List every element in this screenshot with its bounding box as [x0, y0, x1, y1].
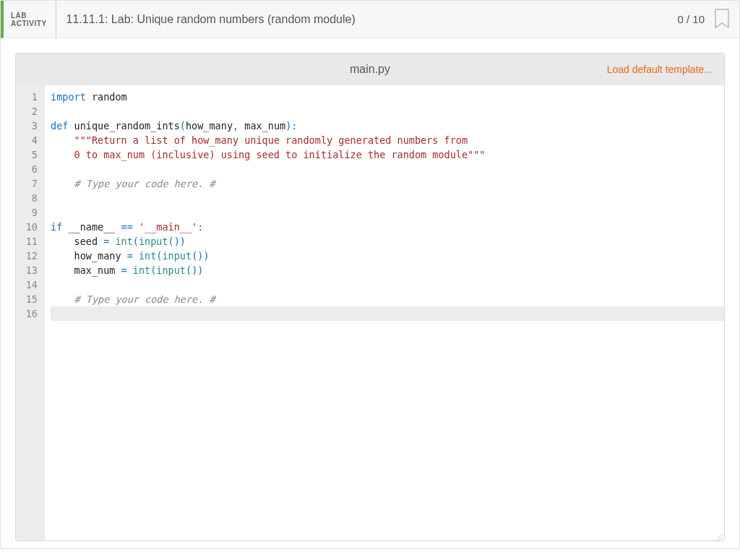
- line-number: 2: [16, 104, 40, 119]
- code-line[interactable]: def unique_random_ints(how_many, max_num…: [51, 119, 724, 133]
- code-line[interactable]: [51, 205, 724, 220]
- line-number: 9: [16, 205, 40, 220]
- svg-line-2: [721, 540, 723, 541]
- activity-score: 0 / 10: [668, 1, 713, 38]
- line-number-gutter: 12345678910111213141516: [16, 85, 45, 540]
- code-content[interactable]: import random def unique_random_ints(how…: [45, 85, 724, 540]
- code-line[interactable]: [51, 162, 724, 176]
- bookmark-icon[interactable]: [713, 1, 739, 38]
- line-number: 8: [16, 191, 40, 205]
- code-line[interactable]: """Return a list of how_many unique rand…: [51, 133, 724, 147]
- code-line[interactable]: [51, 306, 724, 321]
- code-line[interactable]: if __name__ == '__main__':: [51, 220, 724, 234]
- code-line[interactable]: 0 to max_num (inclusive) using seed to i…: [51, 147, 724, 162]
- line-number: 4: [16, 133, 40, 147]
- line-number: 5: [16, 147, 40, 162]
- code-line[interactable]: [51, 104, 724, 119]
- code-line[interactable]: [51, 191, 724, 205]
- activity-title: 11.11.1: Lab: Unique random numbers (ran…: [56, 1, 669, 38]
- line-number: 6: [16, 162, 40, 176]
- line-number: 11: [16, 234, 40, 249]
- line-number: 14: [16, 277, 40, 292]
- code-line[interactable]: how_many = int(input()): [51, 249, 724, 263]
- line-number: 15: [16, 292, 40, 306]
- activity-type-label: LAB ACTIVITY: [4, 1, 56, 38]
- line-number: 16: [16, 306, 40, 321]
- activity-container: LAB ACTIVITY 11.11.1: Lab: Unique random…: [0, 0, 740, 549]
- line-number: 10: [16, 220, 40, 234]
- code-line[interactable]: seed = int(input()): [51, 234, 724, 249]
- code-editor: main.py Load default template... 1234567…: [15, 53, 725, 541]
- code-line[interactable]: import random: [51, 90, 724, 104]
- activity-body: main.py Load default template... 1234567…: [1, 38, 739, 548]
- resize-handle-icon[interactable]: [714, 530, 723, 539]
- label-activity: ACTIVITY: [11, 20, 47, 27]
- label-lab: LAB: [11, 12, 47, 20]
- line-number: 7: [16, 176, 40, 191]
- code-line[interactable]: [51, 277, 724, 292]
- line-number: 3: [16, 119, 40, 133]
- editor-header: main.py Load default template...: [16, 53, 724, 85]
- activity-header: LAB ACTIVITY 11.11.1: Lab: Unique random…: [1, 1, 739, 38]
- load-default-template-link[interactable]: Load default template...: [607, 64, 713, 75]
- code-line[interactable]: # Type your code here. #: [51, 176, 724, 191]
- code-area[interactable]: 12345678910111213141516 import random de…: [16, 85, 724, 540]
- code-line[interactable]: max_num = int(input()): [51, 263, 724, 277]
- line-number: 12: [16, 249, 40, 263]
- line-number: 13: [16, 263, 40, 277]
- line-number: 1: [16, 90, 40, 104]
- code-line[interactable]: # Type your code here. #: [51, 292, 724, 306]
